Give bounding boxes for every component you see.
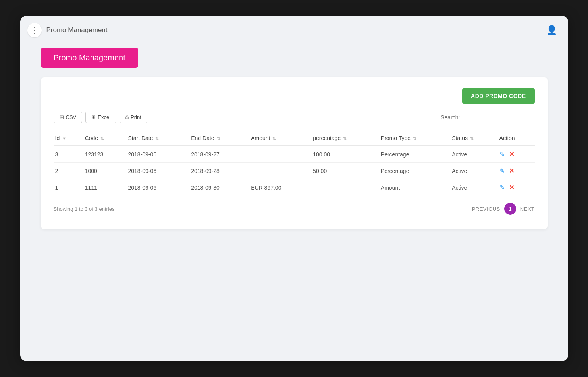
sort-start-date-icon: ⇅: [155, 136, 159, 141]
cell-action: ✎ ✕: [498, 146, 535, 163]
table-row: 3 123123 2018-09-06 2018-09-27 100.00 Pe…: [54, 146, 535, 163]
excel-icon: ⊞: [91, 114, 96, 120]
card: ADD PROMO CODE ⊞ CSV ⊞ Excel ⎙ Print: [41, 77, 548, 229]
sort-promo-type-icon: ⇅: [413, 136, 416, 141]
cell-code: 1111: [83, 179, 127, 196]
col-status: Status ⇅: [450, 131, 497, 146]
next-button[interactable]: NEXT: [520, 206, 535, 212]
csv-icon: ⊞: [60, 114, 64, 120]
cell-id: 3: [54, 146, 83, 163]
sort-status-icon: ⇅: [470, 136, 474, 141]
excel-label: Excel: [98, 114, 110, 120]
search-label: Search:: [441, 114, 460, 121]
toolbar-right: Search:: [441, 113, 534, 121]
page-title-badge: Promo Management: [41, 48, 138, 68]
print-label: Print: [131, 114, 141, 120]
cell-end-date: 2018-09-28: [189, 163, 249, 179]
col-end-date: End Date ⇅: [189, 131, 249, 146]
card-header: ADD PROMO CODE: [54, 88, 535, 104]
showing-text: Showing 1 to 3 of 3 entries: [54, 206, 115, 212]
topbar-left: Promo Management: [27, 23, 108, 37]
excel-button[interactable]: ⊞ Excel: [85, 112, 116, 123]
current-page[interactable]: 1: [504, 203, 516, 215]
cell-end-date: 2018-09-30: [189, 179, 249, 196]
col-percentage: percentage ⇅: [311, 131, 379, 146]
topbar-title: Promo Management: [46, 26, 108, 34]
app-window: Promo Management 👤 Promo Management ADD …: [20, 16, 568, 361]
sort-percentage-icon: ⇅: [343, 136, 347, 141]
cell-amount: [249, 146, 311, 163]
cell-percentage: 100.00: [311, 146, 379, 163]
cell-amount: EUR 897.00: [249, 179, 311, 196]
sort-id-icon: ▼: [62, 136, 66, 141]
edit-button[interactable]: ✎: [499, 167, 505, 174]
add-promo-code-button[interactable]: ADD PROMO CODE: [462, 88, 534, 104]
promo-table: Id ▼ Code ⇅ Start Date ⇅ End Date: [54, 131, 535, 196]
col-start-date: Start Date ⇅: [126, 131, 189, 146]
print-icon: ⎙: [125, 114, 129, 120]
cell-start-date: 2018-09-06: [126, 146, 189, 163]
user-icon: 👤: [546, 25, 557, 35]
toolbar-left: ⊞ CSV ⊞ Excel ⎙ Print: [54, 112, 147, 123]
cell-end-date: 2018-09-27: [189, 146, 249, 163]
cell-promo-type: Percentage: [379, 146, 450, 163]
cell-amount: [249, 163, 311, 179]
delete-button[interactable]: ✕: [509, 151, 514, 158]
search-input[interactable]: [463, 113, 535, 121]
cell-status: Active: [450, 179, 497, 196]
pagination: PREVIOUS 1 NEXT: [472, 203, 535, 215]
table-header-row: Id ▼ Code ⇅ Start Date ⇅ End Date: [54, 131, 535, 146]
csv-button[interactable]: ⊞ CSV: [54, 112, 83, 123]
edit-button[interactable]: ✎: [499, 151, 505, 158]
col-code: Code ⇅: [83, 131, 127, 146]
menu-button[interactable]: [27, 23, 42, 37]
cell-promo-type: Amount: [379, 179, 450, 196]
cell-id: 2: [54, 163, 83, 179]
edit-button[interactable]: ✎: [499, 184, 505, 191]
csv-label: CSV: [66, 114, 77, 120]
delete-button[interactable]: ✕: [509, 184, 514, 191]
cell-id: 1: [54, 179, 83, 196]
col-promo-type: Promo Type ⇅: [379, 131, 450, 146]
previous-button[interactable]: PREVIOUS: [472, 206, 500, 212]
cell-code: 123123: [83, 146, 127, 163]
table-row: 2 1000 2018-09-06 2018-09-28 50.00 Perce…: [54, 163, 535, 179]
col-action: Action: [498, 131, 535, 146]
table-footer: Showing 1 to 3 of 3 entries PREVIOUS 1 N…: [54, 203, 535, 215]
cell-percentage: 50.00: [311, 163, 379, 179]
cell-start-date: 2018-09-06: [126, 179, 189, 196]
cell-status: Active: [450, 146, 497, 163]
sort-code-icon: ⇅: [100, 136, 104, 141]
topbar: Promo Management 👤: [20, 16, 568, 41]
dots-icon: [31, 25, 39, 35]
cell-promo-type: Percentage: [379, 163, 450, 179]
col-id: Id ▼: [54, 131, 83, 146]
sort-end-date-icon: ⇅: [217, 136, 220, 141]
delete-button[interactable]: ✕: [509, 167, 514, 174]
cell-start-date: 2018-09-06: [126, 163, 189, 179]
print-button[interactable]: ⎙ Print: [120, 112, 147, 123]
cell-action: ✎ ✕: [498, 163, 535, 179]
main-content: Promo Management ADD PROMO CODE ⊞ CSV ⊞ …: [20, 41, 568, 245]
table-row: 1 1111 2018-09-06 2018-09-30 EUR 897.00 …: [54, 179, 535, 196]
col-amount: Amount ⇅: [249, 131, 311, 146]
cell-status: Active: [450, 163, 497, 179]
cell-percentage: [311, 179, 379, 196]
cell-action: ✎ ✕: [498, 179, 535, 196]
sort-amount-icon: ⇅: [272, 136, 276, 141]
cell-code: 1000: [83, 163, 127, 179]
toolbar: ⊞ CSV ⊞ Excel ⎙ Print Search:: [54, 112, 535, 123]
